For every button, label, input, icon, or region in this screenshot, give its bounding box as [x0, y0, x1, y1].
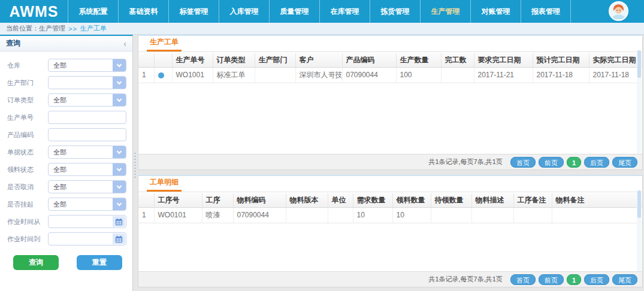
- column-header[interactable]: 完工数: [441, 53, 474, 67]
- column-header[interactable]: 物料编码: [233, 193, 286, 207]
- chevron-down-icon[interactable]: [113, 77, 126, 89]
- sidebar-splitter[interactable]: [133, 153, 137, 179]
- nav-item-base-data[interactable]: 基础资料: [118, 0, 168, 23]
- first-page-button[interactable]: 首页: [510, 157, 536, 168]
- form-field-is-suspended: 是否挂起全部: [7, 198, 126, 211]
- query-button[interactable]: 查询: [13, 255, 59, 270]
- text-input-product-code[interactable]: [49, 129, 126, 141]
- column-header[interactable]: 物料版本: [286, 193, 328, 207]
- next-page-button[interactable]: 后页: [584, 274, 609, 285]
- nav-item-picking-mgmt[interactable]: 拣货管理: [370, 0, 420, 23]
- tab-production-orders[interactable]: 生产工单: [147, 34, 182, 51]
- select-is-suspended[interactable]: 全部: [48, 198, 126, 211]
- calendar-icon[interactable]: [113, 234, 125, 244]
- sidebar-header: 查询 ‹: [0, 36, 132, 51]
- column-header[interactable]: 生产数量: [396, 53, 441, 67]
- reset-button[interactable]: 重置: [77, 255, 122, 270]
- column-header[interactable]: 单位: [328, 193, 353, 207]
- select-is-cancelled[interactable]: 全部: [48, 180, 126, 193]
- form-field-work-time-from: 作业时间从: [7, 215, 126, 228]
- table-row[interactable]: 1WO1001标准工单深圳市人哥技术070900441002017-11-212…: [138, 67, 642, 83]
- scrollbar-thumb[interactable]: [637, 50, 641, 78]
- column-header[interactable]: 工序备注: [513, 193, 552, 207]
- chevron-down-icon[interactable]: [113, 163, 126, 175]
- chevron-down-icon[interactable]: [113, 146, 126, 158]
- prev-page-button[interactable]: 前页: [539, 274, 564, 285]
- cell: 2017-11-18: [589, 67, 642, 83]
- pagination-summary: 共1条记录,每页7条,共1页: [428, 275, 502, 284]
- cell: [286, 207, 328, 223]
- column-header[interactable]: 领料数量: [392, 193, 431, 207]
- sidebar-buttons: 查询 重置: [13, 255, 132, 270]
- table-row[interactable]: 1WO0101喷漆070900441010: [138, 207, 642, 223]
- column-header[interactable]: 工序: [202, 193, 233, 207]
- details-table: 工序号工序物料编码物料版本单位需求数量领料数量待领数量物料描述工序备注物料备注1…: [138, 193, 642, 271]
- nav-item-stock-mgmt[interactable]: 在库管理: [319, 0, 370, 23]
- field-label: 产品编码: [7, 131, 48, 140]
- nav-item-system-config[interactable]: 系统配置: [68, 0, 118, 23]
- form-field-production-dept: 生产部门: [7, 76, 126, 89]
- nav-item-report-mgmt[interactable]: 报表管理: [521, 0, 571, 23]
- column-header[interactable]: 订单类型: [213, 53, 255, 67]
- form-field-product-code: 产品编码: [7, 128, 126, 141]
- field-label: 是否取消: [7, 183, 48, 192]
- chevron-down-icon[interactable]: [113, 181, 126, 193]
- cell: WO0101: [154, 207, 202, 223]
- orders-vertical-scrollbar[interactable]: [637, 50, 642, 169]
- column-header: [154, 53, 172, 67]
- column-header[interactable]: 工序号: [154, 193, 202, 207]
- cell: 10: [392, 207, 431, 223]
- column-header[interactable]: 待领数量: [431, 193, 471, 207]
- column-header[interactable]: 需求数量: [353, 193, 392, 207]
- last-page-button[interactable]: 尾页: [612, 157, 637, 168]
- column-header: [138, 53, 154, 67]
- select-order-type[interactable]: 全部: [48, 93, 126, 107]
- chevron-down-icon[interactable]: [113, 59, 126, 71]
- form-field-work-time-to: 作业时间到: [7, 232, 126, 245]
- collapse-icon[interactable]: ‹: [123, 40, 126, 48]
- column-header[interactable]: 产品编码: [342, 53, 396, 67]
- last-page-button[interactable]: 尾页: [612, 274, 637, 285]
- cell: 2017-11-18: [533, 67, 589, 83]
- first-page-button[interactable]: 首页: [510, 274, 536, 285]
- user-avatar[interactable]: [609, 1, 628, 21]
- nav-item-quality-mgmt[interactable]: 质量管理: [269, 0, 319, 23]
- field-label: 是否挂起: [7, 200, 48, 209]
- chevron-down-icon[interactable]: [113, 198, 126, 210]
- calendar-icon[interactable]: [113, 216, 125, 227]
- prev-page-button[interactable]: 前页: [539, 157, 564, 168]
- input-product-code: [48, 128, 126, 141]
- nav-item-label-mgmt[interactable]: 标签管理: [168, 0, 219, 23]
- select-doc-status[interactable]: 全部: [48, 146, 126, 159]
- nav-item-account-mgmt[interactable]: 对账管理: [470, 0, 521, 23]
- breadcrumb-current[interactable]: 生产工单: [80, 24, 107, 33]
- current-page-button[interactable]: 1: [567, 157, 581, 168]
- column-header[interactable]: 实际完工日期: [589, 53, 642, 67]
- user-avatar-icon: [610, 2, 627, 20]
- cell: [328, 207, 353, 223]
- nav-item-production-mgmt[interactable]: 生产管理: [420, 0, 470, 23]
- column-header: [138, 193, 154, 207]
- column-header[interactable]: 物料备注: [552, 193, 642, 207]
- select-material-status[interactable]: 全部: [48, 163, 126, 176]
- select-production-dept[interactable]: [48, 76, 126, 89]
- current-page-button[interactable]: 1: [567, 274, 581, 285]
- column-header[interactable]: 生产单号: [172, 53, 213, 67]
- scrollbar-thumb[interactable]: [637, 190, 641, 218]
- form-field-doc-status: 单据状态全部: [7, 146, 126, 159]
- column-header[interactable]: 生产部门: [255, 53, 295, 67]
- column-header[interactable]: 要求完工日期: [474, 53, 533, 67]
- cell: WO1001: [172, 67, 213, 83]
- form-field-is-cancelled: 是否取消全部: [7, 180, 126, 193]
- orders-panel: 生产工单 生产单号订单类型生产部门客户产品编码生产数量完工数要求完工日期预计完工…: [138, 35, 643, 170]
- chevron-down-icon[interactable]: [113, 94, 126, 106]
- orders-table: 生产单号订单类型生产部门客户产品编码生产数量完工数要求完工日期预计完工日期实际完…: [138, 53, 642, 154]
- tab-order-details[interactable]: 工单明细: [147, 174, 182, 192]
- column-header[interactable]: 客户: [295, 53, 342, 67]
- nav-item-inbound-mgmt[interactable]: 入库管理: [219, 0, 269, 23]
- column-header[interactable]: 物料描述: [471, 193, 513, 207]
- next-page-button[interactable]: 后页: [584, 157, 609, 168]
- select-warehouse[interactable]: 全部: [48, 59, 126, 72]
- text-input-production-order-no[interactable]: [49, 111, 126, 123]
- column-header[interactable]: 预计完工日期: [533, 53, 589, 67]
